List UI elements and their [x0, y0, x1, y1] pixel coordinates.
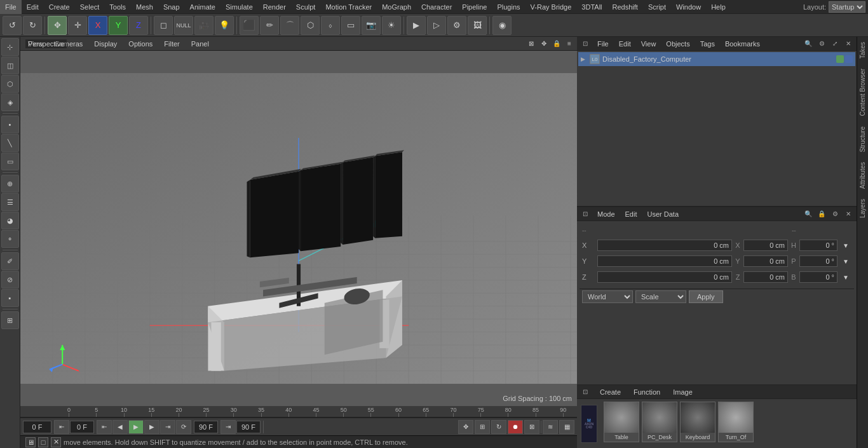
pb-rotate-btn[interactable]: ↻	[491, 420, 506, 434]
status-icon-3[interactable]: ✕	[51, 437, 61, 447]
obj-tab-view[interactable]: View	[637, 37, 660, 51]
menu-motion-tracker[interactable]: Motion Tracker	[320, 0, 377, 14]
pen-tool-button[interactable]: ✐	[1, 252, 19, 270]
mat-thumb-table[interactable]: Table	[604, 402, 639, 442]
menu-file[interactable]: File	[0, 0, 22, 14]
mat-thumb-keyboard[interactable]: Keyboard	[680, 402, 715, 442]
attr-tab-userdata[interactable]: User Data	[644, 207, 683, 221]
poly-button[interactable]: ⬡	[301, 16, 320, 35]
uv-mode-button[interactable]: ◈	[1, 93, 19, 111]
attr-x-size-input[interactable]	[743, 240, 788, 251]
menu-pipeline[interactable]: Pipeline	[457, 0, 492, 14]
camera2-button[interactable]: 📷	[362, 16, 381, 35]
texture-mode-button[interactable]: ⬡	[1, 75, 19, 93]
attr-search-icon[interactable]: 🔍	[803, 208, 814, 220]
attr-z-arrow-icon[interactable]: ▼	[840, 271, 851, 283]
vp-maximize-icon[interactable]: ⊠	[526, 39, 536, 49]
mat-thumb-pcdesk[interactable]: PC_Desk	[642, 402, 677, 442]
menu-simulate[interactable]: Simulate	[220, 0, 258, 14]
menu-snap[interactable]: Snap	[158, 0, 185, 14]
menu-help[interactable]: Help	[706, 0, 731, 14]
menu-mesh[interactable]: Mesh	[131, 0, 158, 14]
menu-create[interactable]: Create	[44, 0, 75, 14]
obj-config-icon[interactable]: ⚙	[816, 38, 827, 50]
obj-tab-tags[interactable]: Tags	[696, 37, 719, 51]
cube-button[interactable]: ⬛	[240, 16, 259, 35]
pb-move-btn[interactable]: ✥	[458, 420, 473, 434]
playback-start-btn[interactable]: ⇤	[97, 420, 112, 434]
pb-dope-btn[interactable]: ▦	[559, 420, 574, 434]
poly-fill-button[interactable]: ▪	[1, 289, 19, 307]
render-button[interactable]: ▶	[407, 16, 426, 35]
menu-select[interactable]: Select	[75, 0, 105, 14]
obj-tab-edit[interactable]: Edit	[615, 37, 635, 51]
menu-mograph[interactable]: MoGraph	[377, 0, 416, 14]
layout-select[interactable]: Startup	[829, 1, 865, 13]
axis-button[interactable]: ⊞	[1, 311, 19, 329]
point-mode-button[interactable]: •	[1, 116, 19, 133]
attr-x-arrow-icon[interactable]: ▼	[840, 240, 851, 251]
apply-button[interactable]: Apply	[689, 290, 723, 303]
magnet-button[interactable]: ◕	[1, 212, 19, 229]
obj-tab-file[interactable]: File	[593, 37, 613, 51]
rotate-z-button[interactable]: Z	[129, 16, 148, 35]
vtab-content-browser[interactable]: Content Browser	[858, 64, 867, 121]
attr-lock-icon[interactable]: 🔒	[816, 208, 827, 220]
camera-button[interactable]: 🎥	[194, 16, 214, 35]
vtab-layers[interactable]: Layers	[858, 194, 867, 223]
attr-x-pos-input[interactable]	[597, 240, 732, 251]
obj-close-icon[interactable]: ✕	[843, 38, 854, 50]
menu-vray[interactable]: V-Ray Bridge	[526, 0, 577, 14]
attr-y-size-input[interactable]	[743, 255, 788, 267]
viewport-solo-button[interactable]: ◉	[492, 16, 512, 35]
mat-tab-create[interactable]: Create	[596, 385, 625, 399]
playback-play-btn[interactable]: ▶	[128, 420, 144, 434]
menu-sculpt[interactable]: Sculpt	[291, 0, 321, 14]
vtab-takes[interactable]: Takes	[858, 37, 867, 64]
lamp-button[interactable]: ☀	[382, 16, 401, 35]
render-to-picture-button[interactable]: 🖼	[468, 16, 487, 35]
rotate-x-button[interactable]: X	[88, 16, 107, 35]
attr-close-icon[interactable]: ✕	[843, 208, 854, 220]
obj-tab-objects[interactable]: Objects	[662, 37, 693, 51]
object-mode-button[interactable]: ◻	[154, 16, 173, 35]
menu-3dtall[interactable]: 3DTAll	[576, 0, 607, 14]
rotate-y-button[interactable]: Y	[109, 16, 128, 35]
obj-search-icon[interactable]: 🔍	[803, 38, 814, 50]
obj-item-factory-computer[interactable]: ▶ L0 Disabled_Factory_Computer	[578, 52, 855, 66]
attr-config-icon[interactable]: ⚙	[829, 208, 841, 220]
menu-window[interactable]: Window	[671, 0, 706, 14]
mat-tab-function[interactable]: Function	[630, 385, 664, 399]
brush-tool-button[interactable]: ⚬	[1, 230, 19, 248]
obj-tab-bookmarks[interactable]: Bookmarks	[721, 37, 764, 51]
vtab-structure[interactable]: Structure	[858, 121, 867, 158]
render-settings-button[interactable]: ⚙	[447, 16, 466, 35]
frame-end-input[interactable]	[236, 421, 261, 433]
vp-lock-icon[interactable]: 🔒	[552, 39, 562, 49]
knife-button[interactable]: ⊘	[1, 271, 19, 288]
null-button[interactable]: NULL	[174, 16, 193, 35]
plane-button[interactable]: ▭	[341, 16, 360, 35]
attr-z-size-input[interactable]	[743, 271, 788, 283]
frame-start-btn[interactable]: ⇤	[54, 420, 69, 434]
vp-tab-options[interactable]: Options	[123, 37, 158, 50]
menu-render[interactable]: Render	[258, 0, 291, 14]
attr-h-input[interactable]	[799, 240, 837, 251]
playback-prev-btn[interactable]: ◀	[112, 420, 128, 434]
preview-end-input[interactable]	[194, 421, 218, 433]
light-button[interactable]: 💡	[215, 16, 234, 35]
attr-z-pos-input[interactable]	[597, 271, 732, 283]
poly-mode-button[interactable]: ▭	[1, 153, 19, 170]
vp-tab-panel[interactable]: Panel	[186, 37, 214, 50]
current-frame-input[interactable]	[23, 421, 51, 433]
spline-button[interactable]: ⌒	[280, 16, 299, 35]
menu-edit[interactable]: Edit	[22, 0, 44, 14]
attr-y-pos-input[interactable]	[597, 255, 732, 267]
pb-keyframe-btn[interactable]: ⊠	[524, 420, 539, 434]
playback-next-btn[interactable]: ▶	[144, 420, 159, 434]
attr-tab-edit[interactable]: Edit	[621, 207, 641, 221]
menu-script[interactable]: Script	[643, 0, 671, 14]
scale-select[interactable]: Scale	[635, 290, 686, 303]
brush-button[interactable]: ⬨	[321, 16, 340, 35]
edge-mode-button[interactable]: ╲	[1, 134, 19, 152]
